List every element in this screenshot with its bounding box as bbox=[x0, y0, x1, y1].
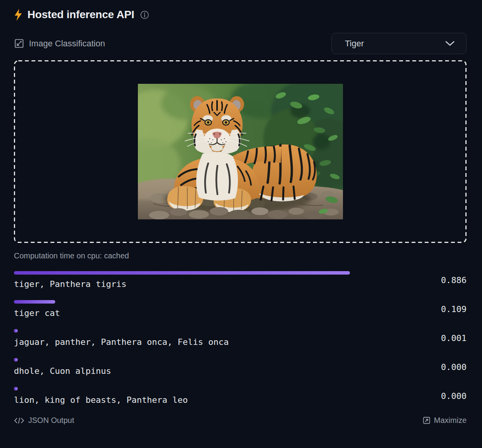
input-image-tiger bbox=[138, 84, 343, 219]
score-bar bbox=[14, 358, 18, 361]
result-label: lion, king of beasts, Panthera leo bbox=[14, 395, 393, 405]
score-bar bbox=[14, 387, 18, 390]
task-label-text: Image Classification bbox=[29, 39, 105, 49]
page-title: Hosted inference API bbox=[27, 8, 134, 21]
score-bar bbox=[14, 300, 55, 304]
json-output-button[interactable]: JSON Output bbox=[14, 416, 74, 425]
result-label: tiger cat bbox=[14, 308, 393, 318]
hosted-inference-widget: Hosted inference API Image Classificatio… bbox=[0, 0, 482, 425]
footer: JSON Output Maximize bbox=[14, 416, 467, 425]
lightning-icon bbox=[14, 9, 22, 21]
image-classification-icon bbox=[14, 38, 24, 49]
result-row: tiger cat 0.109 bbox=[14, 300, 467, 318]
result-score: 0.000 bbox=[393, 362, 467, 372]
result-row: lion, king of beasts, Panthera leo 0.000 bbox=[14, 387, 467, 405]
score-bar bbox=[14, 271, 350, 275]
result-row: jaguar, panther, Panthera onca, Felis on… bbox=[14, 329, 467, 347]
result-score: 0.001 bbox=[393, 333, 467, 343]
result-score: 0.109 bbox=[393, 304, 467, 314]
result-label: jaguar, panther, Panthera onca, Felis on… bbox=[14, 337, 393, 347]
maximize-icon bbox=[423, 417, 430, 424]
result-label: dhole, Cuon alpinus bbox=[14, 366, 393, 376]
task-label: Image Classification bbox=[14, 38, 105, 49]
maximize-label: Maximize bbox=[434, 416, 467, 425]
result-row: dhole, Cuon alpinus 0.000 bbox=[14, 358, 467, 376]
result-row: tiger, Panthera tigris 0.886 bbox=[14, 271, 467, 289]
example-select-value: Tiger bbox=[345, 39, 364, 49]
maximize-button[interactable]: Maximize bbox=[423, 416, 467, 425]
code-icon bbox=[14, 417, 24, 424]
result-score: 0.000 bbox=[393, 391, 467, 401]
chevron-down-icon bbox=[445, 41, 455, 46]
result-label: tiger, Panthera tigris bbox=[14, 279, 393, 289]
task-row: Image Classification Tiger bbox=[14, 33, 467, 54]
info-icon[interactable] bbox=[140, 10, 149, 19]
result-score: 0.886 bbox=[393, 275, 467, 285]
example-select[interactable]: Tiger bbox=[331, 33, 467, 54]
classification-results: tiger, Panthera tigris 0.886 tiger cat 0… bbox=[14, 271, 467, 405]
json-output-label: JSON Output bbox=[28, 416, 74, 425]
score-bar bbox=[14, 329, 18, 333]
computation-time: Computation time on cpu: cached bbox=[14, 251, 467, 260]
image-dropzone[interactable] bbox=[14, 60, 467, 243]
header: Hosted inference API bbox=[14, 8, 467, 21]
